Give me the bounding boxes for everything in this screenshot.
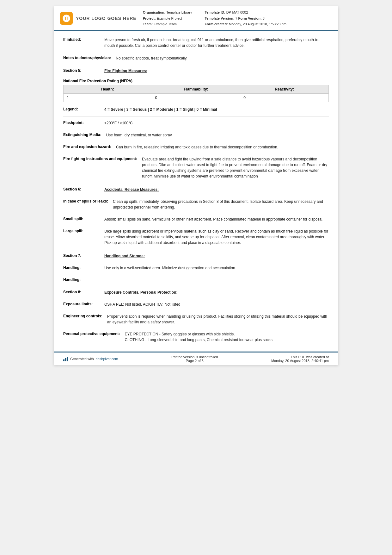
section7-label: Section 7: <box>63 253 104 258</box>
team-row: Team: Example Team <box>143 21 192 27</box>
header-meta-col-right: Template ID: DP-MAT-0002 Template Versio… <box>205 9 286 27</box>
if-inhaled-value: Move person to fresh air, if person is n… <box>104 37 329 48</box>
logo-text: YOUR LOGO GOES HERE <box>76 16 137 21</box>
exposure-label: Exposure limits: <box>63 302 104 306</box>
footer-right: This PDF was created at Monday, 20 Augus… <box>271 355 329 363</box>
engineering-label: Engineering controls: <box>63 314 107 318</box>
nfpa-title: National Fire Protection Rating (NFPA) <box>63 79 329 83</box>
engineering-row: Engineering controls: Proper ventilation… <box>63 311 329 327</box>
nfpa-reactivity-value: 0 <box>240 94 329 102</box>
exposure-value: OSHA PEL: Not listed, ACIGH TLV: Not lis… <box>104 302 329 307</box>
dashpivot-icon <box>63 356 68 361</box>
if-inhaled-row: If inhaled: Move person to fresh air, if… <box>63 34 329 51</box>
template-id-row: Template ID: DP-MAT-0002 <box>205 9 286 16</box>
footer-left: Generated with dashpivot.com <box>63 356 118 361</box>
small-spill-label: Small spill: <box>63 216 104 221</box>
org-label: Organisation: <box>143 10 166 14</box>
nfpa-health-value: 1 <box>64 94 152 102</box>
org-row: Organisation: Template Library <box>143 9 192 16</box>
form-version-value: 3 <box>263 16 265 20</box>
ppe-eye-value: EYE PROTECTION - Safety goggles or glass… <box>125 331 329 337</box>
section8-label: Section 8: <box>63 290 104 294</box>
pdf-line2: Monday, 20 August 2018, 2:40:41 pm <box>271 359 329 363</box>
nfpa-health-header: Health: <box>64 85 152 94</box>
ppe-clothing-value: CLOTHING - Long-sleeved shirt and long p… <box>125 337 329 343</box>
section7-value: Handling and Storage: <box>104 253 329 259</box>
handling1-value: Use only in a well-ventilated area. Mini… <box>104 265 329 271</box>
small-spill-row: Small spill: Absorb small spills on sand… <box>63 214 329 225</box>
header-logo: YOUR LOGO GOES HERE <box>60 9 137 27</box>
section8-value: Exposure Controls, Personal Protection: <box>104 290 329 295</box>
ppe-row: Personal protective equipment: EYE PROTE… <box>63 329 329 345</box>
page: YOUR LOGO GOES HERE Organisation: Templa… <box>54 6 338 365</box>
generated-text: Generated with <box>70 357 94 361</box>
flashpoint-label: Flashpoint: <box>63 120 104 125</box>
form-created-value: Monday, 20 August 2018, 1:53:23 pm <box>229 22 286 26</box>
template-version-row: Template Version: 7 Form Version: 3 <box>205 16 286 22</box>
content: If inhaled: Move person to fresh air, if… <box>54 31 338 348</box>
spills-value: Clean up spills immediately, observing p… <box>113 199 329 210</box>
fire-fighting-row: Fire fighting instructions and equipment… <box>63 154 329 182</box>
exposure-row: Exposure limits: OSHA PEL: Not listed, A… <box>63 299 329 310</box>
if-inhaled-label: If inhaled: <box>63 37 104 42</box>
section6-label: Section 6: <box>63 187 104 191</box>
spills-row: In case of spills or leaks: Clean up spi… <box>63 196 329 213</box>
nfpa-flammability-header: Flammability: <box>152 85 240 94</box>
legend-value: 4 = Severe | 3 = Serious | 2 = Moderate … <box>104 107 329 112</box>
project-value: Example Project <box>157 16 182 20</box>
printed-line2: Page 2 of 5 <box>171 359 218 363</box>
ppe-value: EYE PROTECTION - Safety goggles or glass… <box>125 331 329 343</box>
nfpa-section: National Fire Protection Rating (NFPA) H… <box>63 79 329 102</box>
generated-link[interactable]: dashpivot.com <box>96 357 118 361</box>
logo-svg <box>62 14 71 23</box>
template-id-label: Template ID: <box>205 10 225 14</box>
fire-explosion-value: Can burn in fire, releasing irritating a… <box>116 144 329 150</box>
flashpoint-row: Flashpoint: >200°F / >100°C <box>63 118 329 128</box>
fire-explosion-row: Fire and explosion hazard: Can burn in f… <box>63 142 329 153</box>
header-meta: Organisation: Template Library Project: … <box>143 9 332 27</box>
nfpa-flammability-value: 0 <box>152 94 240 102</box>
form-created-label: Form created: <box>205 22 228 26</box>
engineering-value: Proper ventilation is required when hand… <box>107 314 329 325</box>
section5-label: Section 5: <box>63 68 104 73</box>
section8-row: Section 8: Exposure Controls, Personal P… <box>63 287 329 298</box>
handling1-label: Handling: <box>63 265 104 270</box>
fire-fighting-value: Evacuate area and fight fire upwind from… <box>142 156 329 179</box>
extinguishing-row: Extinguishing Media: Use foam, dry chemi… <box>63 130 329 140</box>
extinguishing-value: Use foam, dry chemical, or water spray. <box>106 132 329 138</box>
large-spill-row: Large spill: Dike large spills using abs… <box>63 226 329 248</box>
project-row: Project: Example Project <box>143 16 192 22</box>
team-value: Example Team <box>154 22 177 26</box>
large-spill-label: Large spill: <box>63 228 104 233</box>
section6-row: Section 6: Accidental Release Measures: <box>63 184 329 195</box>
notes-value: No specific antidote, treat symptomatica… <box>116 55 329 61</box>
section7-row: Section 7: Handling and Storage: <box>63 251 329 261</box>
section5-row: Section 5: Fire Fighting Measures: <box>63 65 329 76</box>
flashpoint-value: >200°F / >100°C <box>104 120 329 126</box>
team-label: Team: <box>143 22 153 26</box>
legend-row: Legend: 4 = Severe | 3 = Serious | 2 = M… <box>63 105 329 115</box>
handling1-row: Handling: Use only in a well-ventilated … <box>63 263 329 273</box>
section6-value: Accidental Release Measures: <box>104 187 329 192</box>
large-spill-value: Dike large spills using absorbent or imp… <box>104 228 329 246</box>
small-spill-value: Absorb small spills on sand, vermiculite… <box>104 216 329 222</box>
notes-row: Notes to doctor/physician: No specific a… <box>63 53 329 64</box>
handling2-label: Handling: <box>63 277 104 282</box>
footer-center: Printed version is uncontrolled Page 2 o… <box>171 355 218 363</box>
template-version-label: Template Version: <box>205 16 234 20</box>
extinguishing-label: Extinguishing Media: <box>63 132 106 137</box>
header: YOUR LOGO GOES HERE Organisation: Templa… <box>54 6 338 31</box>
form-created-row: Form created: Monday, 20 August 2018, 1:… <box>205 21 286 27</box>
header-meta-col-left: Organisation: Template Library Project: … <box>143 9 192 27</box>
footer: Generated with dashpivot.com Printed ver… <box>54 352 338 365</box>
logo-icon <box>60 12 73 25</box>
project-label: Project: <box>143 16 156 20</box>
legend-label: Legend: <box>63 107 104 111</box>
template-id-value: DP-MAT-0002 <box>226 10 248 14</box>
handling2-row: Handling: <box>63 275 329 284</box>
org-value: Template Library <box>166 10 192 14</box>
printed-line1: Printed version is uncontrolled <box>171 355 218 359</box>
fire-explosion-label: Fire and explosion hazard: <box>63 144 116 149</box>
pdf-line1: This PDF was created at <box>271 355 329 359</box>
nfpa-reactivity-header: Reactivity: <box>240 85 329 94</box>
